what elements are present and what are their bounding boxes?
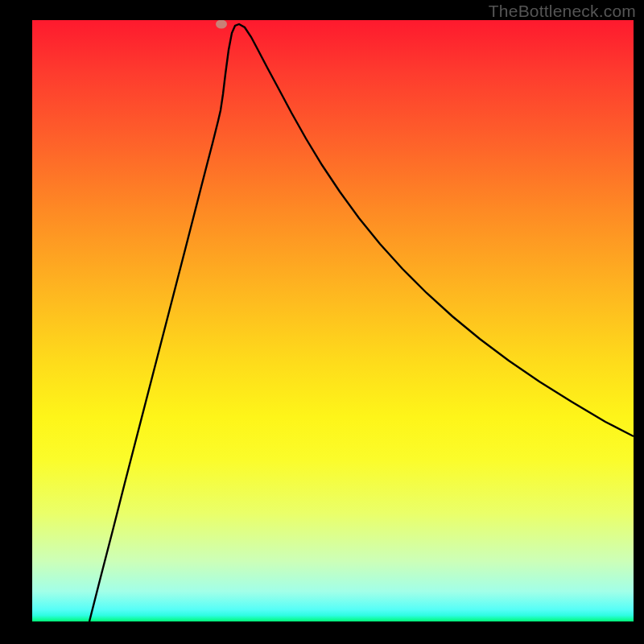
curve-svg <box>32 20 634 621</box>
curve-path <box>89 24 634 621</box>
curve-marker <box>216 20 227 29</box>
chart-frame: TheBottleneck.com <box>0 0 644 644</box>
watermark-text: TheBottleneck.com <box>489 2 636 21</box>
plot-area <box>32 20 634 621</box>
